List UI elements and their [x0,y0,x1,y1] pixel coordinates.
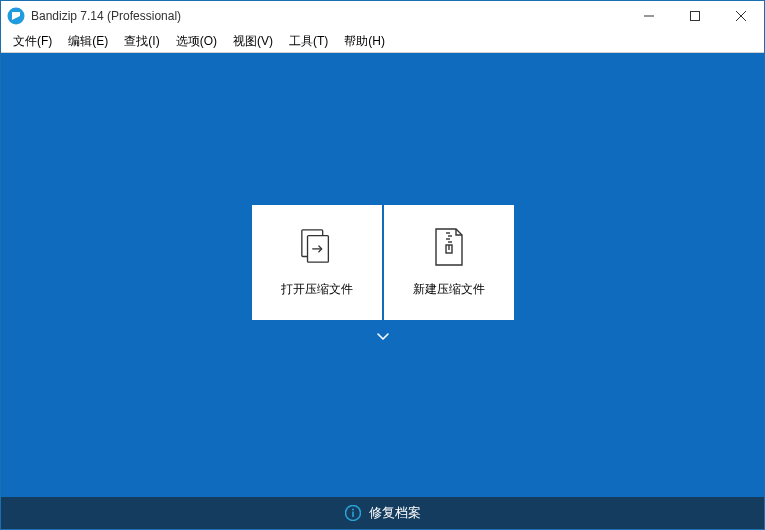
menu-find[interactable]: 查找(I) [116,31,167,52]
menu-options[interactable]: 选项(O) [168,31,225,52]
open-archive-card[interactable]: 打开压缩文件 [252,205,382,320]
menu-edit[interactable]: 编辑(E) [60,31,116,52]
menu-file[interactable]: 文件(F) [5,31,60,52]
maximize-button[interactable] [672,1,718,31]
app-icon [7,7,25,25]
app-window: Bandizip 7.14 (Professional) 文件(F) 编辑(E)… [0,0,765,530]
content-area: 打开压缩文件 新建压缩文件 [1,53,764,497]
menu-help[interactable]: 帮助(H) [336,31,393,52]
window-controls [626,1,764,31]
new-archive-card[interactable]: 新建压缩文件 [384,205,514,320]
titlebar: Bandizip 7.14 (Professional) [1,1,764,31]
open-file-icon [299,227,335,267]
statusbar-label: 修复档案 [369,504,421,522]
zip-file-icon [431,227,467,267]
new-archive-label: 新建压缩文件 [413,281,485,298]
menu-tools[interactable]: 工具(T) [281,31,336,52]
svg-rect-2 [691,12,700,21]
info-icon [345,505,361,521]
menu-view[interactable]: 视图(V) [225,31,281,52]
card-row: 打开压缩文件 新建压缩文件 [252,205,514,320]
svg-rect-16 [352,512,354,518]
open-archive-label: 打开压缩文件 [281,281,353,298]
expand-chevron[interactable] [376,328,390,346]
close-button[interactable] [718,1,764,31]
menubar: 文件(F) 编辑(E) 查找(I) 选项(O) 视图(V) 工具(T) 帮助(H… [1,31,764,53]
statusbar-repair[interactable]: 修复档案 [1,497,764,529]
svg-point-15 [352,509,354,511]
minimize-button[interactable] [626,1,672,31]
window-title: Bandizip 7.14 (Professional) [31,9,181,23]
